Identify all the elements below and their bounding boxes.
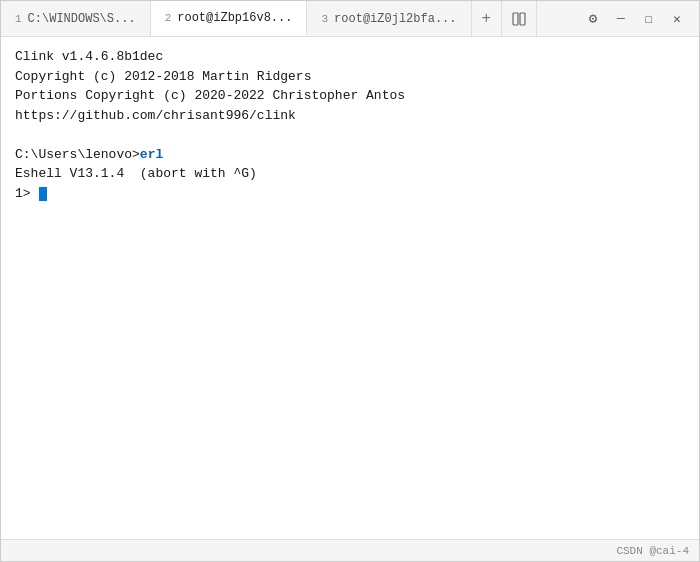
maximize-icon: ☐	[645, 11, 653, 27]
title-bar: 1 C:\WINDOWS\S... 2 root@iZbp16v8... 3 r…	[1, 1, 699, 37]
tab-1[interactable]: 1 C:\WINDOWS\S...	[1, 1, 151, 36]
terminal-text-block: Clink v1.4.6.8b1dec Copyright (c) 2012-2…	[15, 47, 685, 203]
line-command: erl	[140, 147, 163, 162]
gear-icon: ⚙	[589, 10, 597, 27]
close-icon: ✕	[673, 11, 681, 27]
tab-2-label: root@iZbp16v8...	[177, 11, 292, 25]
line-prompt: C:\Users\lenovo>	[15, 147, 140, 162]
tab-3-label: root@iZ0jl2bfa...	[334, 12, 456, 26]
line-copyright: Copyright (c) 2012-2018 Martin Ridgers	[15, 69, 311, 84]
svg-rect-0	[513, 13, 518, 25]
tab-2[interactable]: 2 root@iZbp16v8...	[151, 1, 308, 36]
terminal-output[interactable]: Clink v1.4.6.8b1dec Copyright (c) 2012-2…	[1, 37, 699, 539]
tab-list: 1 C:\WINDOWS\S... 2 root@iZbp16v8... 3 r…	[1, 1, 571, 36]
tab-1-number: 1	[15, 13, 22, 25]
tab-2-number: 2	[165, 12, 172, 24]
window-controls: ⚙ — ☐ ✕	[571, 5, 699, 33]
status-bar: CSDN @cai-4	[1, 539, 699, 561]
add-tab-button[interactable]: +	[472, 1, 503, 36]
line-eshell: Eshell V13.1.4 (abort with ^G)	[15, 166, 257, 181]
cursor	[39, 187, 47, 201]
minimize-button[interactable]: —	[607, 5, 635, 33]
line-clink-version: Clink v1.4.6.8b1dec	[15, 49, 163, 64]
split-button[interactable]	[502, 1, 537, 36]
status-text: CSDN @cai-4	[616, 545, 689, 557]
tab-1-label: C:\WINDOWS\S...	[28, 12, 136, 26]
line-erlang-prompt: 1>	[15, 186, 38, 201]
terminal-window: 1 C:\WINDOWS\S... 2 root@iZbp16v8... 3 r…	[0, 0, 700, 562]
tab-3[interactable]: 3 root@iZ0jl2bfa...	[307, 1, 471, 36]
close-button[interactable]: ✕	[663, 5, 691, 33]
settings-button[interactable]: ⚙	[579, 5, 607, 33]
svg-rect-1	[520, 13, 525, 25]
tab-3-number: 3	[321, 13, 328, 25]
line-portions: Portions Copyright (c) 2020-2022 Christo…	[15, 88, 405, 103]
line-url: https://github.com/chrisant996/clink	[15, 108, 296, 123]
maximize-button[interactable]: ☐	[635, 5, 663, 33]
minimize-icon: —	[617, 11, 625, 26]
split-icon	[512, 12, 526, 26]
